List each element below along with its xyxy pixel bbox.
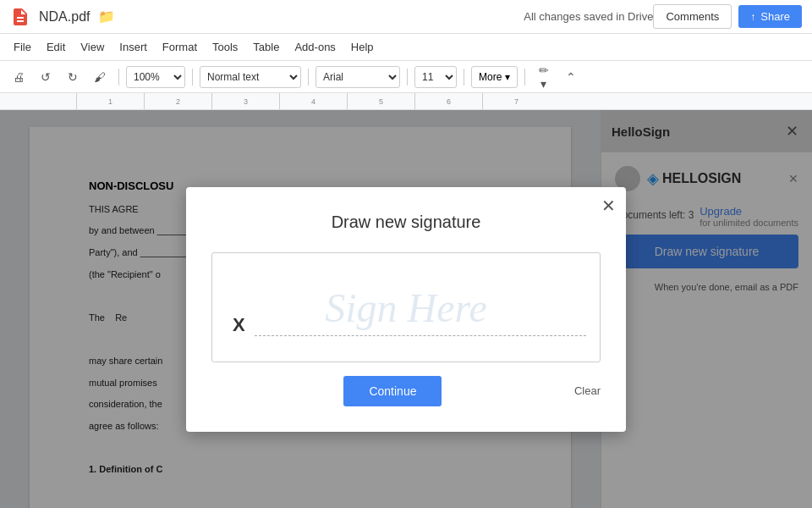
- menu-table[interactable]: Table: [246, 37, 286, 57]
- doc-icon: [10, 7, 30, 27]
- modal-footer: Continue Clear: [211, 376, 601, 406]
- modal-title: Draw new signature: [211, 213, 601, 232]
- separator-1: [118, 69, 119, 86]
- clear-button[interactable]: Clear: [574, 384, 601, 397]
- menu-addons[interactable]: Add-ons: [288, 37, 342, 57]
- menu-format[interactable]: Format: [156, 37, 204, 57]
- menu-help[interactable]: Help: [344, 37, 381, 57]
- separator-2: [192, 69, 193, 86]
- separator-6: [524, 69, 525, 86]
- redo-button[interactable]: ↻: [61, 65, 85, 89]
- edit-icon-button[interactable]: ✏ ▾: [532, 65, 556, 89]
- format-paint-button[interactable]: 🖌: [88, 65, 112, 89]
- comments-button[interactable]: Comments: [653, 4, 732, 29]
- font-size-select[interactable]: 11 10 12 14: [414, 66, 457, 88]
- menu-view[interactable]: View: [74, 37, 111, 57]
- font-select[interactable]: Arial Times New Roman Verdana: [315, 66, 400, 88]
- separator-4: [407, 69, 408, 86]
- collapse-toolbar-button[interactable]: ⌃: [559, 65, 583, 89]
- status-text: All changes saved in Drive: [524, 10, 653, 23]
- signature-line: [255, 335, 586, 336]
- title-bar-right: Comments ↑ Share: [653, 4, 802, 29]
- signature-x-mark: X: [233, 314, 245, 336]
- more-button[interactable]: More ▾: [471, 66, 518, 88]
- ruler-tick-7: 7: [482, 93, 550, 109]
- modal-overlay[interactable]: ✕ Draw new signature Sign Here X Continu…: [0, 110, 812, 508]
- toolbar: 🖨 ↺ ↻ 🖌 100% 75% 125% Normal text Headin…: [0, 61, 812, 93]
- share-button[interactable]: ↑ Share: [738, 5, 802, 28]
- ruler: 1 2 3 4 5 6 7: [0, 93, 812, 110]
- title-bar-left: NDA.pdf 📁: [10, 7, 524, 27]
- ruler-tick-1: 1: [76, 93, 144, 109]
- modal-close-button[interactable]: ✕: [601, 196, 616, 216]
- undo-button[interactable]: ↺: [34, 65, 58, 89]
- title-bar: NDA.pdf 📁 All changes saved in Drive Com…: [0, 0, 812, 34]
- ruler-tick-3: 3: [211, 93, 279, 109]
- folder-icon[interactable]: 📁: [98, 8, 115, 25]
- draw-signature-modal: ✕ Draw new signature Sign Here X Continu…: [186, 187, 626, 432]
- ruler-tick-5: 5: [347, 93, 414, 109]
- ruler-tick-4: 4: [279, 93, 347, 109]
- menu-bar: File Edit View Insert Format Tools Table…: [0, 34, 812, 61]
- signature-canvas[interactable]: Sign Here X: [211, 252, 601, 362]
- signature-placeholder: Sign Here: [325, 284, 487, 330]
- menu-tools[interactable]: Tools: [206, 37, 244, 57]
- text-style-select[interactable]: Normal text Heading 1 Heading 2: [200, 66, 301, 88]
- menu-insert[interactable]: Insert: [112, 37, 154, 57]
- ruler-tick-6: 6: [414, 93, 482, 109]
- share-label: Share: [760, 10, 790, 23]
- ruler-tick-2: 2: [144, 93, 211, 109]
- doc-title: NDA.pdf: [39, 9, 90, 25]
- continue-button[interactable]: Continue: [343, 376, 442, 406]
- share-icon: ↑: [750, 11, 755, 23]
- separator-3: [308, 69, 309, 86]
- print-button[interactable]: 🖨: [7, 65, 30, 89]
- zoom-select[interactable]: 100% 75% 125%: [126, 66, 185, 88]
- menu-file[interactable]: File: [7, 37, 38, 57]
- menu-edit[interactable]: Edit: [40, 37, 72, 57]
- ruler-numbers: 1 2 3 4 5 6 7: [76, 93, 550, 109]
- main-area: NON-DISCLOSU THIS AGRE by and between __…: [0, 110, 812, 508]
- separator-5: [464, 69, 464, 86]
